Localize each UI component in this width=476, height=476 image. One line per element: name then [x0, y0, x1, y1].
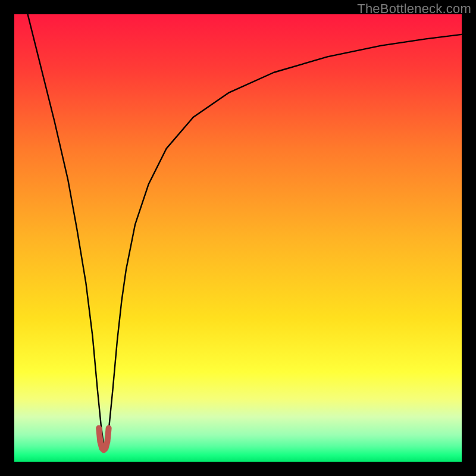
chart-frame: TheBottleneck.com: [0, 0, 476, 476]
plot-area: [14, 14, 462, 462]
bottleneck-chart: [14, 14, 462, 462]
gradient-background: [14, 14, 462, 462]
